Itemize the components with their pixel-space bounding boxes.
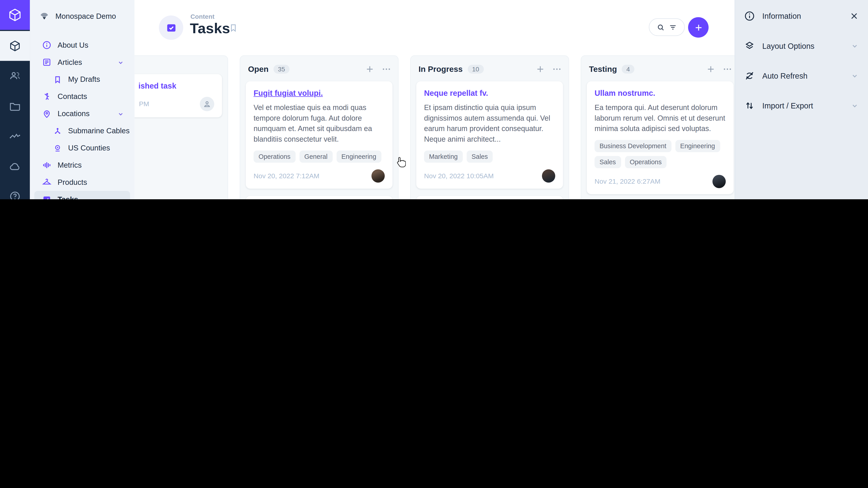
bookmark-outline-icon[interactable] [228,23,238,33]
add-card-button[interactable] [535,64,545,74]
kanban-column-partial: ished task PM [134,55,228,199]
search-icon[interactable] [657,23,665,31]
main-content: Content Tasks ished task PM [134,0,735,199]
sidebar-item-label: About Us [58,41,88,49]
module-cloud-icon[interactable] [0,152,30,182]
kanban-column-testing: Testing 4 Ullam nostrumc. Ea tempora qui… [581,55,735,199]
navigation-sidebar: Monospace Demo About Us Articles My Draf… [30,0,134,199]
column-title: In Progress [418,65,463,74]
add-task-button[interactable] [688,17,709,38]
task-card-tags: Business Development Engineering Sales O… [594,140,725,168]
project-switcher[interactable]: Monospace Demo [30,0,134,32]
module-users-icon[interactable] [0,61,30,91]
task-card-date: Nov 21, 2022 6:27AM [594,177,660,185]
task-card-title[interactable]: Ullam nostrumc. [594,89,725,98]
sidebar-section-auto-refresh[interactable]: Auto Refresh [735,61,868,91]
sidebar-item-label: US Counties [68,144,110,152]
filter-icon[interactable] [669,23,677,31]
task-card[interactable]: ished task PM [134,74,222,117]
chevron-down-icon[interactable] [117,110,125,118]
directus-logo-icon[interactable] [0,0,30,30]
module-bar [0,0,30,199]
sidebar-item-label: Tasks [58,195,78,199]
section-label: Layout Options [762,41,814,51]
task-checkbox-icon [42,195,52,199]
project-name: Monospace Demo [55,12,116,20]
task-card[interactable]: Sequi magnam maiores fugy. Veniam commod… [416,196,563,199]
sidebar-item-contacts[interactable]: Contacts [34,88,130,105]
module-content-cube-icon[interactable] [0,31,30,61]
task-card-title[interactable]: Neque repellat fv. [424,89,555,98]
plus-icon [693,22,703,32]
column-count-badge: 35 [274,65,289,74]
assignee-avatar [542,169,555,183]
task-card[interactable]: Neque repellat fv. Et ipsam distinctio q… [416,81,563,189]
tag: Marketing [424,151,463,163]
add-card-button[interactable] [706,64,716,74]
kanban-column-open: Open 35 Fugit fugiat volupi. Vel et mole… [240,55,399,199]
column-title: Testing [589,65,617,74]
sidebar-section-import-export[interactable]: Import / Export [735,91,868,121]
task-card-date: PM [139,100,149,108]
sidebar-item-tasks[interactable]: Tasks [34,191,130,199]
sidebar-item-label: Submarine Cables [68,127,129,135]
sidebar-section-information[interactable]: Information [735,1,868,31]
module-files-folder-icon[interactable] [0,91,30,121]
location-target-icon [53,144,62,153]
sidebar-item-locations[interactable]: Locations [34,105,130,122]
sidebar-item-label: Contacts [58,92,87,101]
bookmark-icon [53,75,62,84]
sidebar-item-about-us[interactable]: About Us [34,37,130,54]
layers-icon [744,40,755,52]
chevron-down-icon[interactable] [850,71,859,80]
chevron-down-icon[interactable] [850,41,859,51]
task-card-description: Vel et molestiae quis ea modi quas tempo… [254,102,385,144]
import-export-icon [744,100,755,111]
task-card-tags: Operations General Engineering [254,151,385,163]
task-card-date: Nov 20, 2022 7:12AM [254,172,319,180]
info-icon [744,11,755,22]
task-card-description: Et ipsam distinctio quia quia ipsum dign… [424,102,555,144]
tag: Operations [625,156,666,168]
tag: Sales [467,151,493,163]
sidebar-item-submarine-cables[interactable]: Submarine Cables [34,122,130,139]
task-checkbox-icon [165,22,177,33]
sidebar-item-label: Products [58,178,87,187]
task-card-title[interactable]: Fugit fugiat volupi. [254,89,385,98]
hanger-icon [42,177,52,187]
sidebar-item-articles[interactable]: Articles [34,54,130,71]
breadcrumb[interactable]: Content [190,13,214,20]
sidebar-section-layout-options[interactable]: Layout Options [735,31,868,61]
person-greeting-icon [42,92,52,101]
article-icon [42,58,52,67]
sidebar-item-my-drafts[interactable]: My Drafts [34,71,130,88]
task-card[interactable]: Ullam nostrumc. Ea tempora qui. Aut dese… [587,81,734,194]
sidebar-item-products[interactable]: Products [34,174,130,191]
close-icon[interactable] [849,11,859,21]
chevron-down-icon[interactable] [850,101,859,110]
add-card-button[interactable] [365,64,375,74]
column-menu-button[interactable] [722,64,733,74]
assignee-avatar [371,169,385,183]
task-card[interactable]: Fugit fugiat volupi. Vel et molestiae qu… [246,81,393,189]
map-pin-icon [42,109,52,119]
search-input[interactable] [649,18,685,36]
column-menu-button[interactable] [552,64,562,74]
column-title: Open [248,65,269,74]
right-sidebar: Information Layout Options Auto Refresh … [735,0,868,199]
module-help-icon[interactable] [0,182,30,199]
sidebar-item-label: My Drafts [68,75,100,84]
module-insights-pulse-icon[interactable] [0,122,30,152]
column-count-badge: 10 [468,65,484,74]
sidebar-item-us-counties[interactable]: US Counties [34,139,130,157]
tag: General [299,151,333,163]
chevron-down-icon[interactable] [117,58,125,66]
column-menu-button[interactable] [381,64,391,74]
placeholder-person-icon [200,97,214,111]
sidebar-item-metrics[interactable]: Metrics [34,157,130,174]
sidebar-item-label: Articles [58,58,82,66]
kanban-board: ished task PM Open 35 [134,55,735,199]
sidebar-item-label: Metrics [58,161,82,169]
task-card-title[interactable]: ished task [138,81,214,91]
task-card[interactable]: Sequi aliquid consequatur nemo volupw. P… [246,196,393,199]
